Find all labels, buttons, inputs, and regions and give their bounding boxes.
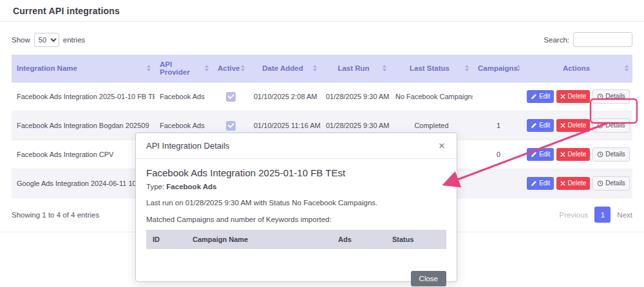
pagination-page-1[interactable]: 1 (594, 207, 611, 223)
entries-info: Showing 1 to 4 of 4 entries (12, 211, 99, 219)
header-date-added[interactable]: Date Added (249, 55, 321, 82)
header-campaigns[interactable]: Campaigns (473, 55, 524, 82)
sort-icon (516, 65, 520, 71)
page-title: Current API integrations (13, 6, 120, 16)
cell-integration-name: Facebook Ads Integration 2025-01-10 FB T… (12, 82, 155, 111)
cell-api-provider: Facebook Ads (155, 82, 213, 111)
header-active[interactable]: Active (213, 55, 249, 82)
search-input[interactable] (573, 32, 632, 47)
cell-campaigns: 0 (473, 140, 524, 169)
sort-icon (465, 65, 469, 71)
modal-header-campaign-name: Campaign Name (186, 230, 332, 249)
delete-button[interactable]: Delete (556, 90, 590, 103)
modal-table-header: ID Campaign Name Ads Status (146, 230, 446, 249)
pagination: Previous 1 Next (560, 207, 632, 223)
pencil-icon (531, 93, 537, 100)
details-button[interactable]: Details (592, 147, 630, 162)
pencil-icon (531, 122, 537, 129)
modal-header-id: ID (146, 230, 186, 249)
cell-integration-name: Facebook Ads Integration Bogdan 202509 (12, 111, 155, 140)
active-checkbox[interactable] (226, 92, 236, 102)
modal-type-label: Type: (146, 183, 164, 190)
modal-last-run-text: Last run on 01/28/2025 9:30 AM with Stat… (146, 199, 446, 207)
cell-actions: Edit Delete Details (524, 169, 632, 198)
modal-header-ads: Ads (332, 230, 386, 249)
api-integrations-page: Current API integrations Show 50 entries… (0, 0, 644, 287)
title-bar: Current API integrations (0, 0, 644, 22)
cell-last-run: 01/28/2025 9:30 AM (321, 82, 390, 111)
cell-actions: Edit Delete Details (524, 140, 632, 169)
modal-close-icon[interactable]: × (437, 140, 446, 151)
sort-icon (625, 65, 629, 71)
header-api-provider[interactable]: API Provider (155, 55, 213, 82)
active-checkbox[interactable] (226, 121, 236, 131)
pencil-icon (531, 180, 537, 187)
clock-icon (597, 151, 603, 158)
pagination-previous[interactable]: Previous (560, 211, 589, 219)
entries-label: entries (63, 36, 86, 44)
header-last-status[interactable]: Last Status (390, 55, 473, 82)
modal-title: API Integration Details (146, 141, 229, 151)
cell-campaigns (473, 169, 524, 198)
table-header-row: Integration Name API Provider Active Dat… (12, 55, 632, 82)
cell-date-added: 01/10/2025 2:08 AM (249, 82, 321, 111)
sort-icon (383, 65, 386, 71)
search-label: Search: (544, 36, 569, 44)
edit-button[interactable]: Edit (527, 119, 554, 132)
api-integration-details-modal: API Integration Details × Facebook Ads I… (135, 133, 457, 282)
header-actions[interactable]: Actions (524, 55, 632, 82)
delete-button[interactable]: Delete (556, 177, 590, 190)
clock-icon (597, 122, 603, 129)
search-control: Search: (544, 32, 632, 47)
details-button[interactable]: Details (592, 89, 630, 104)
modal-close-button[interactable]: Close (411, 271, 446, 286)
edit-button[interactable]: Edit (527, 148, 554, 161)
modal-type-value: Facebook Ads (166, 183, 216, 190)
details-button[interactable]: Details (592, 176, 630, 190)
page-length-select[interactable]: 50 (34, 33, 59, 47)
x-icon (560, 94, 565, 99)
modal-matched-text: Matched Campaigns and number of Keywords… (146, 216, 446, 223)
pagination-next[interactable]: Next (617, 211, 632, 219)
modal-header-status: Status (386, 230, 446, 249)
delete-button[interactable]: Delete (556, 119, 590, 132)
table-row: Facebook Ads Integration 2025-01-10 FB T… (12, 82, 632, 111)
cell-campaigns: 1 (473, 111, 524, 140)
table-controls: Show 50 entries Search: (12, 32, 632, 47)
cell-last-status: No Facebook Campaigns (390, 82, 473, 111)
header-integration-name[interactable]: Integration Name (12, 55, 155, 82)
cell-actions: Edit Delete Details (524, 111, 632, 140)
edit-button[interactable]: Edit (527, 177, 554, 190)
x-icon (560, 123, 565, 128)
modal-body: Facebook Ads Integration 2025-01-10 FB T… (136, 159, 457, 264)
cell-integration-name: Facebook Ads Integration CPV (12, 140, 155, 169)
header-last-run[interactable]: Last Run (321, 55, 390, 82)
delete-button[interactable]: Delete (556, 148, 590, 161)
clock-icon (597, 180, 603, 187)
modal-type-line: Type: Facebook Ads (146, 183, 446, 190)
x-icon (560, 152, 565, 157)
modal-table-body (146, 249, 446, 264)
cell-actions: Edit Delete Details (524, 82, 632, 111)
sort-icon (241, 65, 245, 71)
pencil-icon (531, 151, 537, 158)
details-button[interactable]: Details (592, 118, 630, 133)
cell-campaigns (473, 82, 524, 111)
page-length-control: Show 50 entries (12, 33, 85, 47)
cell-integration-name: Google Ads Integration 2024-06-11 10:03:… (12, 169, 155, 198)
sort-icon (313, 65, 317, 71)
show-label: Show (12, 36, 30, 44)
sort-icon (147, 65, 151, 71)
modal-header: API Integration Details × (136, 133, 457, 159)
modal-integration-heading: Facebook Ads Integration 2025-01-10 FB T… (146, 167, 446, 178)
sort-icon (205, 65, 209, 71)
modal-footer: Close (136, 264, 457, 287)
edit-button[interactable]: Edit (527, 90, 554, 103)
x-icon (560, 181, 565, 186)
clock-icon (597, 93, 603, 100)
cell-active (213, 82, 249, 111)
